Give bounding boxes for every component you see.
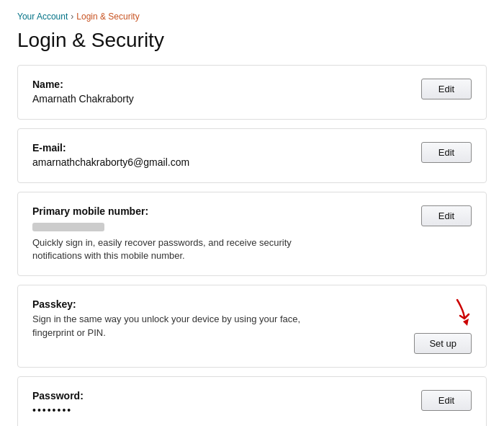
red-arrow-icon bbox=[443, 298, 472, 330]
section-email-left: E-mail:amarnathchakraborty6@gmail.com bbox=[32, 142, 407, 169]
section-mobile-button[interactable]: Edit bbox=[421, 205, 472, 226]
section-mobile-masked bbox=[32, 223, 104, 231]
section-password-label: Password: bbox=[32, 390, 407, 401]
section-email-right: Edit bbox=[421, 142, 472, 163]
sections-container: Name:Amarnath ChakrabortyEditE-mail:amar… bbox=[17, 65, 487, 426]
breadcrumb-current: Login & Security bbox=[76, 12, 139, 22]
section-passkey-desc: Sign in the same way you unlock your dev… bbox=[32, 313, 335, 339]
section-password: Password:••••••••Edit bbox=[17, 376, 487, 426]
section-passkey-left: Passkey:Sign in the same way you unlock … bbox=[32, 298, 400, 339]
section-password-dots: •••••••• bbox=[32, 404, 407, 416]
section-name-button[interactable]: Edit bbox=[421, 79, 472, 99]
section-mobile-right: Edit bbox=[421, 205, 472, 226]
section-mobile-desc: Quickly sign in, easily recover password… bbox=[32, 236, 335, 262]
breadcrumb: Your Account › Login & Security bbox=[17, 12, 487, 22]
section-email: E-mail:amarnathchakraborty6@gmail.comEdi… bbox=[17, 128, 487, 183]
section-email-button[interactable]: Edit bbox=[421, 142, 472, 163]
section-passkey-button[interactable]: Set up bbox=[414, 333, 472, 354]
passkey-arrow-container bbox=[443, 298, 472, 333]
section-password-left: Password:•••••••• bbox=[32, 390, 407, 416]
svg-marker-0 bbox=[463, 319, 469, 326]
breadcrumb-separator: › bbox=[71, 12, 73, 22]
section-passkey: Passkey:Sign in the same way you unlock … bbox=[17, 285, 487, 368]
section-mobile-label: Primary mobile number: bbox=[32, 205, 407, 217]
section-name-left: Name:Amarnath Chakraborty bbox=[32, 79, 407, 106]
section-passkey-label: Passkey: bbox=[32, 298, 400, 310]
section-passkey-right: Set up bbox=[414, 298, 472, 354]
section-name-label: Name: bbox=[32, 79, 407, 90]
breadcrumb-parent-link[interactable]: Your Account bbox=[17, 12, 68, 22]
page-title: Login & Security bbox=[17, 29, 487, 52]
section-mobile-left: Primary mobile number:Quickly sign in, e… bbox=[32, 205, 407, 262]
section-mobile: Primary mobile number:Quickly sign in, e… bbox=[17, 192, 487, 276]
section-name-value: Amarnath Chakraborty bbox=[32, 93, 407, 105]
section-name-right: Edit bbox=[421, 79, 472, 99]
section-password-button[interactable]: Edit bbox=[421, 390, 472, 411]
section-name: Name:Amarnath ChakrabortyEdit bbox=[17, 65, 487, 120]
section-password-right: Edit bbox=[421, 390, 472, 411]
section-email-value: amarnathchakraborty6@gmail.com bbox=[32, 156, 407, 168]
section-email-label: E-mail: bbox=[32, 142, 407, 154]
